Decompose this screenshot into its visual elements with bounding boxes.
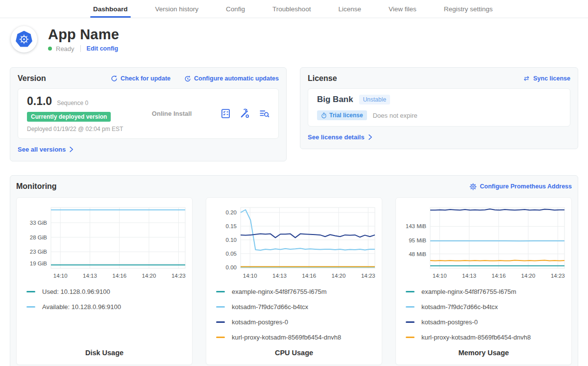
tab-license[interactable]: License [338,0,361,18]
svg-text:0.00: 0.00 [226,264,237,270]
legend-swatch [406,321,415,323]
svg-text:14:20: 14:20 [521,273,536,279]
svg-text:19 GiB: 19 GiB [30,261,47,266]
svg-text:14:16: 14:16 [491,273,506,279]
deployed-badge: Currently deployed version [27,112,111,122]
svg-text:14:13: 14:13 [462,273,476,279]
legend-label: kotsadm-7f9dc7d66c-b4tcx [232,303,308,311]
stopwatch-icon [321,112,327,119]
legend-row: kotsadm-postgres-0 [216,318,378,326]
top-nav: Dashboard Version history Config Trouble… [0,0,588,18]
tab-dashboard[interactable]: Dashboard [93,0,128,18]
gear-icon [469,183,477,190]
customer-name: Big Bank [317,95,353,105]
legend-label: kurl-proxy-kotsadm-8569fb6454-dnvh8 [421,334,531,341]
legend-label: kurl-proxy-kotsadm-8569fb6454-dnvh8 [232,334,341,341]
deployed-timestamp: Deployed 01/19/22 @ 02:04 pm EST [27,126,123,132]
legend-swatch [216,306,225,308]
svg-text:48 MiB: 48 MiB [409,251,426,257]
legend-row: Used: 10.128.0.96:9100 [26,288,188,295]
channel-badge: Unstable [359,95,390,105]
svg-text:14:10: 14:10 [243,273,257,279]
legend-label: example-nginx-54f8f76755-l675m [421,288,516,295]
configure-prometheus-link[interactable]: Configure Prometheus Address [469,183,572,190]
cpu-usage-chart: 14:1014:1314:1614:2014:230.200.150.100.0… [210,204,379,281]
tab-registry-settings[interactable]: Registry settings [444,0,493,18]
legend-label: kotsadm-7f9dc7d66c-b4tcx [421,303,498,311]
edit-config-wrench-icon[interactable] [240,108,250,119]
version-sequence: Sequence 0 [57,100,88,106]
tab-version-history[interactable]: Version history [155,0,199,18]
legend-swatch [406,291,415,292]
refresh-icon [111,75,118,82]
deploy-logs-icon[interactable] [259,108,270,119]
svg-text:14:10: 14:10 [53,273,68,279]
svg-text:14:13: 14:13 [272,273,287,279]
svg-text:14:23: 14:23 [551,273,565,279]
chart-title: Disk Usage [21,349,188,360]
svg-text:14:23: 14:23 [172,273,186,279]
legend-row: kotsadm-7f9dc7d66c-b4tcx [216,303,378,311]
install-type-label: Online Install [152,110,192,117]
chart-title: CPU Usage [210,349,378,360]
svg-text:33 GiB: 33 GiB [30,220,47,226]
edit-config-link[interactable]: Edit config [87,45,119,52]
svg-text:14:20: 14:20 [142,273,156,279]
tab-view-files[interactable]: View files [389,0,416,18]
preflight-checks-icon[interactable] [220,108,231,119]
legend-swatch [216,291,225,292]
status-text: Ready [56,45,74,52]
legend-swatch [406,306,415,308]
cpu-usage-legend: example-nginx-54f8f76755-l675mkotsadm-7f… [216,288,378,349]
legend-swatch [216,321,225,323]
license-card: Big Bank Unstable Trial license Does not… [308,88,570,127]
legend-swatch [406,337,415,338]
tab-config[interactable]: Config [226,0,245,18]
legend-swatch [216,337,225,338]
divider [80,45,81,52]
legend-row: example-nginx-54f8f76755-l675m [216,288,378,295]
expiry-text: Does not expire [373,112,417,119]
legend-row: kurl-proxy-kotsadm-8569fb6454-dnvh8 [406,334,567,341]
cpu-usage-chart-card: 14:1014:1314:1614:2014:230.200.150.100.0… [206,197,382,365]
license-panel: License Sync license Big Bank Unstable T… [300,67,578,149]
legend-label: Used: 10.128.0.96:9100 [42,288,110,295]
see-all-versions-link[interactable]: See all versions [18,146,74,153]
svg-text:14:20: 14:20 [332,273,346,279]
legend-row: example-nginx-54f8f76755-l675m [406,288,567,295]
configure-automatic-updates-link[interactable]: Configure automatic updates [184,75,279,82]
tab-troubleshoot[interactable]: Troubleshoot [272,0,311,18]
sync-license-link[interactable]: Sync license [523,75,570,82]
disk-usage-legend: Used: 10.128.0.96:9100Available: 10.128.… [26,288,188,318]
svg-text:0.15: 0.15 [226,223,237,229]
memory-usage-chart: 14:1014:1314:1614:2014:23143 MiB95 MiB48… [400,204,568,281]
memory-usage-legend: example-nginx-54f8f76755-l675mkotsadm-7f… [406,288,567,349]
current-version-card: 0.1.0 Sequence 0 Currently deployed vers… [18,88,279,139]
svg-text:95 MiB: 95 MiB [409,237,426,243]
check-for-update-link[interactable]: Check for update [111,75,171,82]
legend-label: example-nginx-54f8f76755-l675m [232,288,327,295]
disk-usage-chart: 14:1014:1314:1614:2014:2333 GiB28 GiB23 … [21,204,189,281]
see-license-details-link[interactable]: See license details [308,133,373,141]
status-dot [48,47,52,51]
kubernetes-logo-icon [11,26,37,52]
svg-text:0.05: 0.05 [226,251,237,257]
svg-text:143 MiB: 143 MiB [406,223,427,229]
version-panel: Version Check for update Configure autom… [10,67,287,161]
clock-refresh-icon [184,75,191,82]
chevron-right-icon [368,134,373,140]
svg-text:14:16: 14:16 [112,273,126,279]
legend-row: Available: 10.128.0.96:9100 [26,303,188,311]
license-title: License [308,74,337,83]
legend-row: kotsadm-7f9dc7d66c-b4tcx [406,303,567,311]
svg-text:28 GiB: 28 GiB [30,235,47,240]
svg-text:14:13: 14:13 [83,273,97,279]
trial-license-badge: Trial license [317,110,367,120]
monitoring-title: Monitoring [16,182,57,191]
version-title: Version [18,74,46,83]
legend-swatch [26,306,35,308]
memory-usage-chart-card: 14:1014:1314:1614:2014:23143 MiB95 MiB48… [395,197,572,365]
sync-icon [523,75,530,82]
legend-swatch [26,291,35,292]
chart-title: Memory Usage [400,349,567,360]
